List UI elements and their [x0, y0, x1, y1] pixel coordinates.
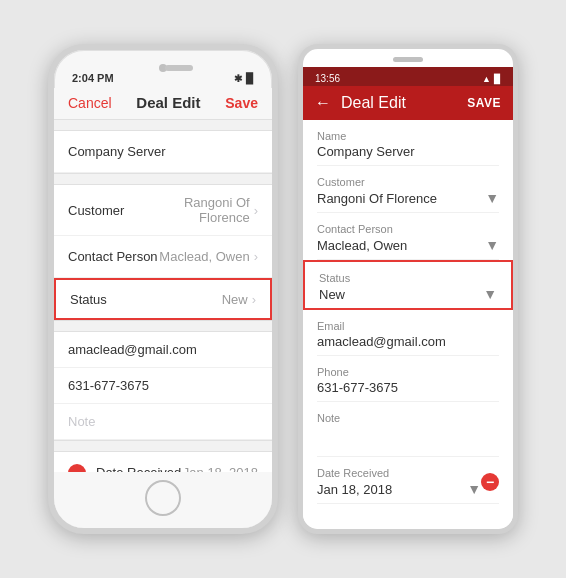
- ios-date-row[interactable]: Date Received Jan 18, 2018: [54, 452, 272, 472]
- ios-bluetooth-icon: ✱: [234, 73, 242, 84]
- ios-save-button[interactable]: Save: [225, 95, 258, 111]
- android-status-icons: ▲ ▉: [482, 74, 501, 84]
- android-contact-row: Maclead, Owen ▼: [317, 237, 499, 253]
- ios-note-placeholder: Note: [68, 414, 95, 429]
- android-wifi-icon: ▲: [482, 74, 491, 84]
- android-customer-label: Customer: [317, 176, 499, 188]
- android-status-arrow: ▼: [483, 286, 497, 302]
- android-customer-arrow: ▼: [485, 190, 499, 206]
- android-date-value-row: Jan 18, 2018 ▼: [317, 481, 481, 497]
- ios-phone-value: 631-677-3675: [68, 378, 149, 393]
- ios-contact-value: Maclead, Owen: [158, 249, 250, 264]
- ios-date-label: Date Received: [96, 465, 183, 472]
- android-date-arrow: ▼: [467, 481, 481, 497]
- android-phone-value: 631-677-3675: [317, 380, 499, 395]
- ios-status-label: Status: [70, 292, 150, 307]
- android-contact-label: Contact Person: [317, 223, 499, 235]
- android-customer-row: Rangoni Of Florence ▼: [317, 190, 499, 206]
- android-email-label: Email: [317, 320, 499, 332]
- ios-note-row[interactable]: Note: [54, 404, 272, 440]
- android-nav-title: Deal Edit: [341, 94, 467, 112]
- android-save-button[interactable]: SAVE: [467, 96, 501, 110]
- android-status-value: New: [319, 287, 345, 302]
- ios-phone: 2:04 PM ✱ ▉ Cancel Deal Edit Save Compan…: [48, 44, 278, 534]
- android-back-button[interactable]: ←: [315, 94, 331, 112]
- ios-status-chevron: ›: [252, 292, 256, 307]
- android-note-field[interactable]: Note: [317, 402, 499, 457]
- android-email-value: amaclead@gmail.com: [317, 334, 499, 349]
- ios-email-row: amaclead@gmail.com: [54, 332, 272, 368]
- ios-company-section: Company Server: [54, 130, 272, 174]
- ios-email-value: amaclead@gmail.com: [68, 342, 197, 357]
- android-customer-value: Rangoni Of Florence: [317, 191, 437, 206]
- android-contact-value: Maclead, Owen: [317, 238, 407, 253]
- android-note-label: Note: [317, 412, 499, 424]
- android-date-left: Date Received Jan 18, 2018 ▼: [317, 467, 481, 497]
- android-contact-arrow: ▼: [485, 237, 499, 253]
- ios-status-row[interactable]: Status New ›: [54, 278, 272, 320]
- android-status-field[interactable]: Status New ▼: [303, 260, 513, 310]
- ios-status-bar: 2:04 PM ✱ ▉: [54, 50, 272, 88]
- android-contact-field[interactable]: Contact Person Maclead, Owen ▼: [317, 213, 499, 260]
- ios-nav-bar: Cancel Deal Edit Save: [54, 88, 272, 120]
- android-date-controls: −: [481, 473, 499, 491]
- android-form-content: Name Company Server Customer Rangoni Of …: [303, 120, 513, 529]
- ios-date-value: Jan 18, 2018: [183, 465, 258, 472]
- android-date-row[interactable]: Date Received Jan 18, 2018 ▼ −: [317, 457, 499, 504]
- ios-status-value: New: [150, 292, 248, 307]
- ios-contact-section: amaclead@gmail.com 631-677-3675 Note: [54, 331, 272, 441]
- android-email-field: Email amaclead@gmail.com: [317, 310, 499, 356]
- ios-company-name: Company Server: [68, 144, 166, 159]
- ios-contact-row[interactable]: Contact Person Maclead, Owen ›: [54, 236, 272, 278]
- ios-date-section: Date Received Jan 18, 2018: [54, 451, 272, 472]
- ios-customer-chevron: ›: [254, 203, 258, 218]
- ios-status-icons: ✱ ▉: [234, 73, 254, 84]
- android-status-label: Status: [319, 272, 497, 284]
- ios-time: 2:04 PM: [72, 72, 114, 84]
- ios-form-content: Company Server Customer Rangoni Of Flore…: [54, 120, 272, 472]
- ios-customer-value: Rangoni Of Florence: [148, 195, 250, 225]
- ios-nav-title: Deal Edit: [136, 94, 200, 111]
- ios-details-section: Customer Rangoni Of Florence › Contact P…: [54, 184, 272, 321]
- ios-phone-row: 631-677-3675: [54, 368, 272, 404]
- android-name-value: Company Server: [317, 144, 499, 159]
- android-status-row: New ▼: [319, 286, 497, 302]
- android-phone-label: Phone: [317, 366, 499, 378]
- ios-contact-label: Contact Person: [68, 249, 158, 264]
- ios-home-bar: [54, 472, 272, 528]
- android-phone: 13:56 ▲ ▉ ← Deal Edit SAVE Name Company …: [298, 44, 518, 534]
- android-date-minus-button[interactable]: −: [481, 473, 499, 491]
- ios-company-row: Company Server: [54, 131, 272, 173]
- android-nav-bar: ← Deal Edit SAVE: [303, 86, 513, 120]
- android-battery-icon: ▉: [494, 74, 501, 84]
- ios-customer-label: Customer: [68, 203, 148, 218]
- ios-contact-chevron: ›: [254, 249, 258, 264]
- android-date-label: Date Received: [317, 467, 481, 479]
- android-date-value: Jan 18, 2018: [317, 482, 392, 497]
- android-time: 13:56: [315, 73, 340, 84]
- android-status-bar: 13:56 ▲ ▉: [303, 67, 513, 86]
- android-customer-field[interactable]: Customer Rangoni Of Florence ▼: [317, 166, 499, 213]
- ios-date-dot-icon: [68, 464, 86, 473]
- ios-cancel-button[interactable]: Cancel: [68, 95, 112, 111]
- android-name-field: Name Company Server: [317, 120, 499, 166]
- ios-customer-row[interactable]: Customer Rangoni Of Florence ›: [54, 185, 272, 236]
- android-phone-field: Phone 631-677-3675: [317, 356, 499, 402]
- ios-battery-icon: ▉: [246, 73, 254, 84]
- ios-home-button[interactable]: [145, 480, 181, 516]
- android-name-label: Name: [317, 130, 499, 142]
